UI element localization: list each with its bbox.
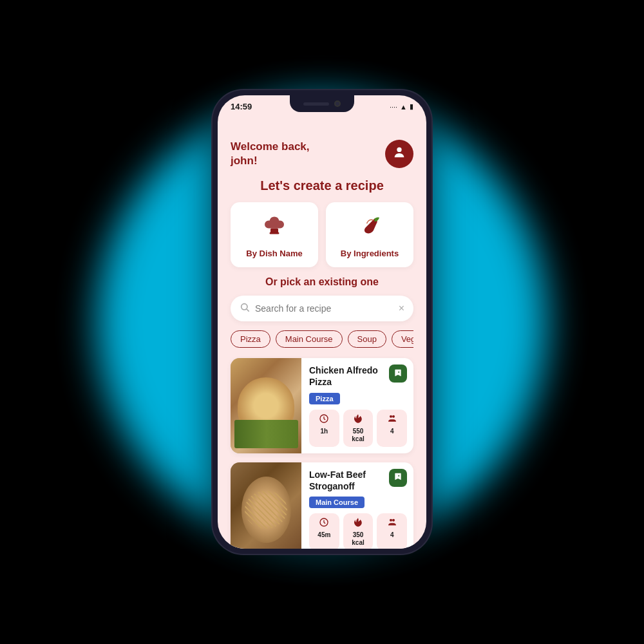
stat-time-stroganoff: 45m (309, 513, 339, 549)
clear-search-icon[interactable]: × (399, 303, 404, 314)
chip-vegan[interactable]: Vegan (392, 330, 413, 348)
people-icon (387, 413, 397, 426)
header: Welcome back, john! (218, 132, 426, 173)
svg-point-3 (242, 304, 247, 310)
recipe-stats-pizza: 1h 550kcal (309, 410, 407, 447)
search-bar: × (231, 296, 413, 321)
welcome-line2: john! (231, 154, 310, 168)
filter-chips: Pizza Main Course Soup Vegan (231, 330, 413, 348)
stat-kcal-value-pizza: 550kcal (352, 428, 364, 443)
svg-point-0 (397, 147, 401, 151)
recipe-info-pizza: Chicken Alfredo Pizza (301, 358, 413, 453)
wifi-icon: ▲ (400, 103, 407, 111)
svg-point-16 (392, 519, 395, 522)
notch-camera (334, 100, 341, 107)
stat-kcal-value-stroganoff: 350kcal (352, 531, 364, 547)
notch (290, 95, 354, 112)
svg-line-4 (247, 309, 249, 312)
svg-rect-2 (270, 232, 279, 234)
by-dish-name-card[interactable]: By Dish Name (231, 202, 318, 267)
people-icon-2 (387, 517, 397, 530)
recipe-name-pizza: Chicken Alfredo Pizza (309, 365, 385, 388)
welcome-text: Welcome back, john! (231, 140, 310, 168)
status-time: 14:59 (231, 102, 252, 111)
phone-frame: 14:59 ···· ▲ ▮ Welcome back, john! (213, 90, 431, 554)
clock-icon-2 (319, 517, 329, 530)
stat-time-value-stroganoff: 45m (317, 531, 330, 539)
dish-name-label: By Dish Name (246, 249, 302, 258)
battery-icon: ▮ (410, 102, 413, 111)
search-input[interactable] (255, 303, 399, 314)
dots-icon: ···· (390, 103, 397, 111)
fire-icon-2 (353, 517, 363, 530)
clock-icon (319, 413, 329, 426)
recipe-options: By Dish Name By Ingredien (231, 202, 413, 267)
chip-main-course[interactable]: Main Course (276, 330, 343, 348)
category-badge-pizza: Pizza (309, 393, 340, 404)
recipe-stats-stroganoff: 45m 350kcal (309, 513, 407, 549)
pizza-food-image (231, 358, 301, 453)
create-section: Let's create a recipe By Di (218, 173, 426, 549)
svg-point-9 (390, 415, 392, 417)
or-text: Or pick an existing one (231, 276, 413, 288)
category-badge-stroganoff: Main Course (309, 497, 365, 508)
chef-hat-icon (263, 214, 286, 242)
recipe-image-stroganoff (231, 462, 301, 549)
stat-time-pizza: 1h (309, 410, 339, 447)
phone-screen: 14:59 ···· ▲ ▮ Welcome back, john! (218, 95, 426, 549)
chip-pizza[interactable]: Pizza (231, 330, 270, 348)
recipe-image-pizza (231, 358, 301, 453)
welcome-line1: Welcome back, (231, 140, 310, 154)
bookmark-icon (393, 368, 402, 379)
create-title: Let's create a recipe (231, 178, 413, 193)
by-ingredients-card[interactable]: By Ingredients (326, 202, 413, 267)
stroganoff-food-image (231, 462, 301, 549)
stat-kcal-stroganoff: 350kcal (343, 513, 374, 549)
recipe-title-row-pizza: Chicken Alfredo Pizza (309, 365, 407, 388)
recipe-title-row-stroganoff: Low-Fat Beef Stroganoff (309, 469, 407, 492)
chip-soup[interactable]: Soup (348, 330, 386, 348)
svg-point-10 (392, 415, 395, 417)
bookmark-icon-2 (393, 472, 402, 483)
stat-time-value-pizza: 1h (321, 428, 328, 435)
stat-servings-pizza: 4 (377, 410, 407, 447)
save-recipe-stroganoff-button[interactable] (389, 469, 407, 487)
fire-icon (353, 413, 363, 426)
user-icon (392, 146, 406, 163)
stat-servings-value-pizza: 4 (390, 428, 394, 435)
recipe-name-stroganoff: Low-Fat Beef Stroganoff (309, 469, 385, 492)
stat-kcal-pizza: 550kcal (343, 410, 374, 447)
recipe-card-pizza[interactable]: Chicken Alfredo Pizza (231, 358, 413, 453)
svg-point-15 (390, 519, 392, 522)
notch-speaker (303, 102, 329, 106)
stat-servings-stroganoff: 4 (377, 513, 407, 549)
profile-avatar-button[interactable] (385, 140, 413, 168)
recipe-card-stroganoff[interactable]: Low-Fat Beef Stroganoff (231, 462, 413, 549)
carrot-icon (358, 214, 381, 242)
ingredients-label: By Ingredients (341, 249, 399, 258)
save-recipe-pizza-button[interactable] (389, 365, 407, 383)
screen-content: Welcome back, john! Let's c (218, 132, 426, 549)
recipe-info-stroganoff: Low-Fat Beef Stroganoff (301, 462, 413, 549)
phone-wrapper: 14:59 ···· ▲ ▮ Welcome back, john! (213, 90, 431, 554)
stat-servings-value-stroganoff: 4 (390, 531, 394, 539)
status-icons: ···· ▲ ▮ (390, 102, 413, 111)
search-icon (240, 302, 250, 315)
